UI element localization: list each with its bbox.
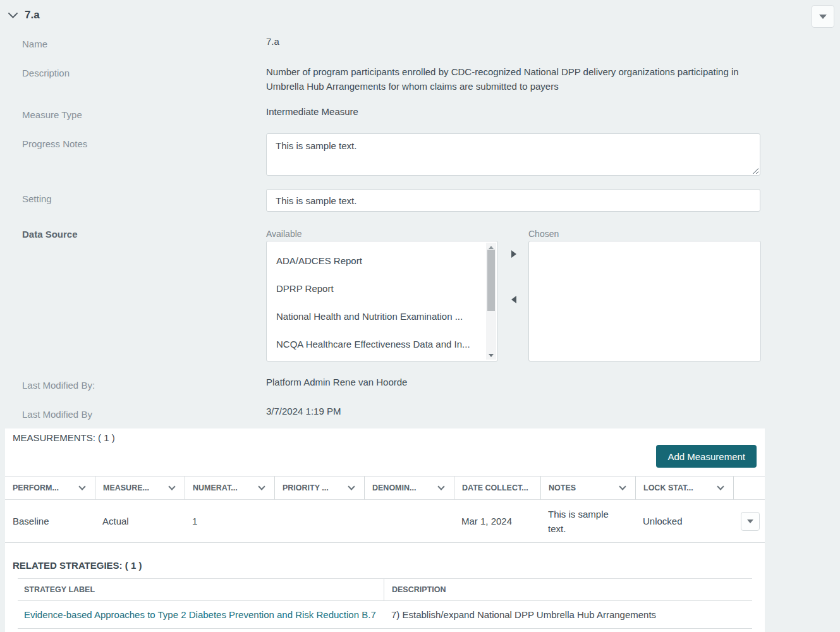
column-header-numerator[interactable]: NUMERAT... bbox=[185, 477, 274, 499]
chevron-down-icon bbox=[619, 483, 626, 490]
cell-notes: This is sample text. bbox=[540, 500, 635, 542]
chevron-down-icon bbox=[437, 483, 444, 490]
related-strategies-header-row: STRATEGY LABEL DESCRIPTION bbox=[18, 578, 752, 601]
progress-notes-field-wrap: This is sample text. bbox=[266, 133, 760, 176]
last-modified-date-label: Last Modified By bbox=[22, 409, 92, 420]
data-source-label: Data Source bbox=[22, 229, 78, 240]
column-header-measure[interactable]: MEASURE... bbox=[95, 477, 185, 499]
chevron-down-icon[interactable] bbox=[8, 12, 18, 19]
chevron-down-icon bbox=[717, 483, 724, 490]
section-menu-button[interactable] bbox=[812, 5, 834, 28]
page-title: 7.a bbox=[25, 9, 40, 21]
list-item[interactable]: ADA/ADCES Report bbox=[267, 246, 482, 274]
column-header-actions bbox=[733, 477, 765, 499]
measurements-header-row: PERFORM... MEASURE... NUMERAT... PRIORIT… bbox=[5, 476, 765, 500]
progress-notes-label: Progress Notes bbox=[22, 138, 87, 149]
triangle-down-icon bbox=[819, 15, 827, 19]
scrollbar-thumb[interactable] bbox=[487, 250, 495, 311]
measure-type-value: Intermediate Measure bbox=[266, 106, 358, 117]
chevron-down-icon bbox=[78, 483, 85, 490]
chosen-label: Chosen bbox=[528, 229, 559, 239]
available-label: Available bbox=[266, 229, 302, 239]
last-modified-date-value: 3/7/2024 1:19 PM bbox=[266, 406, 341, 416]
available-options: ADA/ADCES Report DPRP Report National He… bbox=[267, 241, 497, 358]
cell-lock-status: Unlocked bbox=[635, 500, 733, 542]
setting-input[interactable] bbox=[266, 189, 760, 212]
related-strategies-title: RELATED STRATEGIES: ( 1 ) bbox=[13, 560, 142, 571]
chevron-down-icon bbox=[348, 483, 355, 490]
name-value: 7.a bbox=[266, 36, 279, 47]
column-header-description: DESCRIPTION bbox=[384, 579, 752, 600]
cell-measure: Actual bbox=[95, 500, 185, 542]
cell-date-collected: Mar 1, 2024 bbox=[454, 500, 540, 542]
triangle-right-icon bbox=[511, 250, 516, 258]
name-label: Name bbox=[22, 39, 47, 49]
move-left-button[interactable] bbox=[509, 295, 518, 304]
cell-denominator bbox=[364, 500, 454, 542]
cell-actions bbox=[733, 500, 772, 542]
measurements-title: MEASUREMENTS: ( 1 ) bbox=[13, 432, 115, 443]
scroll-down-icon[interactable] bbox=[486, 351, 496, 360]
row-menu-button[interactable] bbox=[741, 512, 760, 531]
cell-numerator: 1 bbox=[185, 500, 274, 542]
cell-performance: Baseline bbox=[5, 500, 95, 542]
last-modified-by-label: Last Modified By: bbox=[22, 380, 95, 391]
available-listbox: ADA/ADCES Report DPRP Report National He… bbox=[266, 241, 498, 362]
table-row: Evidence-based Approaches to Type 2 Diab… bbox=[18, 601, 752, 629]
last-modified-by-value: Platform Admin Rene van Hoorde bbox=[266, 377, 407, 387]
column-header-lock-status[interactable]: LOCK STAT... bbox=[635, 477, 733, 499]
column-header-priority[interactable]: PRIORITY ... bbox=[274, 477, 364, 499]
scrollbar[interactable] bbox=[486, 243, 496, 360]
triangle-left-icon bbox=[511, 296, 516, 303]
related-strategies-table: STRATEGY LABEL DESCRIPTION Evidence-base… bbox=[18, 578, 752, 629]
list-item[interactable]: NCQA Healthcare Effectiveness Data and I… bbox=[267, 330, 482, 358]
column-header-performance[interactable]: PERFORM... bbox=[5, 477, 95, 499]
chosen-listbox[interactable] bbox=[528, 241, 761, 362]
column-header-denominator[interactable]: DENOMIN... bbox=[364, 477, 454, 499]
column-header-notes[interactable]: NOTES bbox=[540, 477, 635, 499]
triangle-down-icon bbox=[747, 520, 753, 523]
add-measurement-button[interactable]: Add Measurement bbox=[656, 445, 757, 468]
chevron-down-icon bbox=[168, 483, 175, 490]
list-item[interactable]: National Health and Nutrition Examinatio… bbox=[267, 302, 482, 330]
list-item[interactable]: DPRP Report bbox=[267, 274, 482, 302]
section-header: 7.a bbox=[8, 9, 40, 21]
column-header-strategy-label: STRATEGY LABEL bbox=[18, 579, 384, 600]
column-header-date-collected[interactable]: DATE COLLECT... bbox=[454, 477, 540, 499]
cell-priority bbox=[274, 500, 364, 542]
cell-description: 7) Establish/expand National DPP Umbrell… bbox=[384, 601, 752, 628]
cell-strategy-label: Evidence-based Approaches to Type 2 Diab… bbox=[18, 601, 384, 628]
chevron-down-icon bbox=[258, 483, 265, 490]
details-panel: MEASUREMENTS: ( 1 ) Add Measurement PERF… bbox=[5, 428, 765, 632]
strategy-link[interactable]: Evidence-based Approaches to Type 2 Diab… bbox=[24, 609, 376, 620]
progress-notes-textarea[interactable]: This is sample text. bbox=[266, 133, 760, 176]
table-row: Baseline Actual 1 Mar 1, 2024 This is sa… bbox=[5, 500, 765, 543]
setting-label: Setting bbox=[22, 193, 52, 204]
measure-type-label: Measure Type bbox=[22, 109, 82, 120]
move-right-button[interactable] bbox=[509, 250, 518, 258]
description-value: Number of program participants enrolled … bbox=[266, 64, 758, 94]
description-label: Description bbox=[22, 68, 70, 78]
